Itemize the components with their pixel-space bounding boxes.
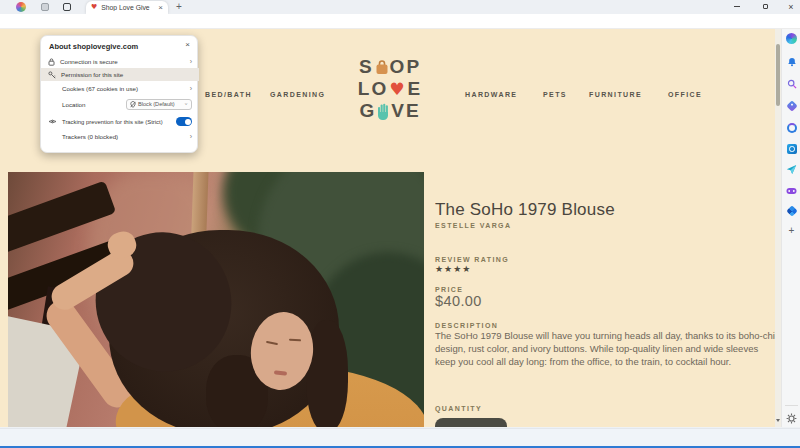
copilot-sidebar-button[interactable] — [786, 33, 797, 44]
shopping-button[interactable] — [786, 100, 797, 111]
logo-text: G — [359, 100, 376, 122]
logo-row-give: G VE — [348, 100, 432, 122]
quantity-label: QUANTITY — [435, 405, 482, 412]
chevron-right-icon: › — [190, 58, 192, 65]
scrollbar-down-icon[interactable] — [776, 419, 780, 422]
tools-button[interactable] — [786, 122, 797, 133]
profile-avatar[interactable] — [16, 2, 26, 12]
hand-icon — [377, 103, 390, 120]
outlook-button[interactable] — [786, 143, 797, 154]
product-title: The SoHo 1979 Blouse — [435, 200, 615, 220]
connection-secure-label: Connection is secure — [60, 58, 118, 65]
cookies-row[interactable]: Cookies (67 cookies in use) › — [41, 82, 199, 95]
trackers-row[interactable]: Trackers (0 blocked) › — [41, 130, 199, 143]
logo-text: S — [359, 56, 374, 78]
description-label: DESCRIPTION — [435, 322, 498, 329]
nav-link-pets[interactable]: PETS — [543, 91, 567, 98]
screen: ♥ Shop Love Give × + × https://shoploveg… — [0, 0, 800, 448]
key-icon — [48, 71, 56, 79]
scrollbar-thumb[interactable] — [776, 44, 780, 106]
tracking-prevention-toggle[interactable] — [176, 117, 192, 126]
tab-close-icon[interactable]: × — [158, 4, 163, 12]
logo-row-shop: S OP — [348, 56, 432, 78]
price-label: PRICE — [435, 286, 463, 293]
customize-sidebar-button[interactable]: + — [786, 225, 797, 236]
nav-link-gardening[interactable]: GARDENING — [270, 91, 325, 98]
logo-text: LO — [358, 78, 388, 100]
nav-link-office[interactable]: OFFICE — [668, 91, 702, 98]
tracking-prevention-label: Tracking prevention for this site (Stric… — [62, 119, 163, 125]
chevron-right-icon: › — [190, 133, 192, 140]
shopping-bag-icon — [375, 59, 389, 75]
location-blocked-icon — [130, 101, 136, 108]
browser-toolbar: https://shoplovegive.com/ … — [0, 14, 800, 29]
window-close-button[interactable]: × — [780, 0, 800, 13]
sidebar-divider — [785, 405, 798, 406]
product-price: $40.00 — [435, 293, 482, 309]
tab-title: Shop Love Give — [101, 4, 154, 11]
tracking-prevention-icon — [48, 118, 57, 125]
site-info-popup: About shoplovegive.com × Connection is s… — [40, 35, 198, 153]
cookies-label: Cookies (67 cookies in use) — [62, 85, 138, 92]
nav-link-bedbath[interactable]: BED/BATH — [205, 91, 252, 98]
browser-tab[interactable]: ♥ Shop Love Give × — [86, 1, 168, 14]
tracking-prevention-row: Tracking prevention for this site (Stric… — [41, 114, 199, 129]
site-logo[interactable]: S OP LO ♥ E G — [348, 56, 432, 122]
drop-plane-icon — [786, 164, 797, 175]
heart-icon: ♥ — [389, 78, 406, 100]
edge-sidebar: + — [781, 29, 800, 427]
product-image — [8, 172, 424, 427]
window-minimize-button[interactable] — [726, 0, 748, 13]
drop-button[interactable] — [786, 164, 797, 175]
taskbar: 78°F Sunny Search — [0, 428, 800, 448]
m365-icon — [786, 205, 797, 216]
rating-stars: ★★★★ — [435, 264, 471, 274]
lock-icon — [48, 58, 55, 66]
bell-button[interactable] — [786, 56, 797, 67]
chevron-down-icon: › — [184, 103, 190, 105]
nav-link-hardware[interactable]: HARDWARE — [465, 91, 517, 98]
logo-text: VE — [391, 100, 420, 122]
sidebar-search-button[interactable] — [786, 78, 797, 89]
location-label: Location — [62, 101, 85, 108]
product-description: The SoHo 1979 Blouse will have you turni… — [435, 329, 775, 368]
window-maximize-button[interactable] — [754, 0, 776, 13]
logo-row-love: LO ♥ E — [348, 78, 432, 100]
games-icon — [786, 187, 797, 195]
popup-close-icon[interactable]: × — [185, 40, 190, 49]
permissions-label: Permission for this site — [61, 71, 123, 78]
rating-label: REVIEW RATING — [435, 256, 509, 263]
add-icon: + — [789, 225, 795, 236]
product-brand: ESTELLE VARGA — [435, 222, 511, 229]
quantity-dropdown[interactable] — [435, 418, 507, 427]
settings-gear-icon — [786, 413, 797, 424]
nav-link-furniture[interactable]: FURNITURE — [589, 91, 642, 98]
new-tab-button[interactable]: + — [176, 2, 182, 12]
tab-actions-icon[interactable] — [63, 3, 71, 11]
browser-tab-bar: ♥ Shop Love Give × + × — [0, 0, 800, 14]
popup-title: About shoplovegive.com — [49, 42, 138, 51]
location-row: Location Block (Default) › — [41, 96, 199, 112]
copilot-icon — [786, 33, 797, 44]
search-icon — [787, 79, 797, 89]
location-value: Block (Default) — [138, 101, 175, 107]
bell-icon — [787, 57, 797, 67]
permissions-row[interactable]: Permission for this site — [41, 68, 199, 81]
outlook-icon — [787, 144, 797, 154]
workspaces-icon[interactable] — [41, 3, 49, 11]
logo-text: E — [407, 78, 422, 100]
trackers-label: Trackers (0 blocked) — [62, 133, 118, 140]
logo-text: OP — [390, 56, 421, 78]
games-button[interactable] — [786, 185, 797, 196]
shopping-tag-icon — [786, 100, 797, 111]
photo-shape — [306, 320, 348, 427]
tab-favicon-heart-icon: ♥ — [91, 4, 97, 11]
tools-ring-icon — [787, 123, 797, 133]
m365-button[interactable] — [786, 205, 797, 216]
sidebar-settings-button[interactable] — [786, 413, 797, 424]
location-permission-dropdown[interactable]: Block (Default) › — [126, 99, 192, 110]
chevron-right-icon: › — [190, 85, 192, 92]
connection-secure-row[interactable]: Connection is secure › — [41, 55, 199, 68]
